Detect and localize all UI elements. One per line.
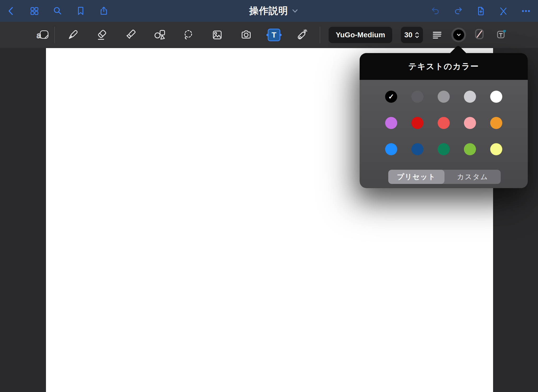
text-align-button[interactable] [430,28,444,42]
swatch-row [360,91,528,103]
laser-pointer-icon [296,29,308,41]
font-size-stepper[interactable]: 30 [401,27,423,43]
color-swatch-green[interactable] [438,143,450,155]
color-swatch-lime[interactable] [464,143,476,155]
tool-shapes[interactable] [152,28,167,42]
font-family-button[interactable]: YuGo-Medium [329,27,392,43]
bookmark-icon [76,6,86,16]
undo-button[interactable] [431,6,441,16]
tool-eraser[interactable] [94,28,109,42]
color-swatch-red[interactable] [411,117,423,129]
tool-laser-pointer[interactable] [294,28,309,42]
topbar-left-group [0,6,109,16]
tools-group: a T [36,22,320,48]
text-style-heart-icon [495,28,509,42]
align-left-icon [432,29,443,40]
back-chevron-icon [6,6,16,16]
back-button[interactable] [6,6,16,16]
segment-custom[interactable]: カスタム [444,170,501,184]
add-page-icon [476,6,486,16]
stepper-chevrons-icon [415,32,420,39]
tool-pen[interactable] [65,28,80,42]
chevron-down-icon [457,34,461,36]
tool-lasso[interactable] [181,28,196,42]
title-chevron-down-icon [292,9,298,13]
top-navigation-bar: 操作説明 [0,0,538,22]
text-style-favorite-button[interactable] [494,28,509,42]
segment-preset[interactable]: プリセット [388,170,444,184]
search-icon [53,6,63,16]
swatch-row [360,143,528,155]
tool-text-selected[interactable]: T [268,29,280,41]
bookmark-button[interactable] [76,6,86,16]
font-size-value: 30 [404,31,412,39]
color-swatch-blue[interactable] [385,143,397,155]
current-color-black [453,29,464,40]
color-swatch-orange[interactable] [490,117,502,129]
tool-camera[interactable] [239,28,254,42]
svg-text:a: a [37,30,41,40]
swatch-row [360,117,528,129]
color-swatch-light-gray[interactable] [464,91,476,103]
handwriting-convert-icon: a [36,28,51,42]
text-tool-glyph: T [272,31,276,39]
popover-header: テキストのカラー [360,53,528,80]
share-button[interactable] [99,6,109,16]
color-swatch-black[interactable] [385,91,397,103]
photo-icon [211,29,223,41]
page-thumbnails-icon [29,6,39,16]
shapes-icon [153,29,165,41]
color-swatch-yellow[interactable] [490,143,502,155]
color-swatch-pink[interactable] [464,117,476,129]
pencil-slash-icon [498,6,508,16]
color-swatch-white[interactable] [490,91,502,103]
eraser-icon [96,29,108,41]
redo-icon [453,6,463,16]
page-thumbnails-button[interactable] [29,6,39,16]
document-title: 操作説明 [249,4,288,17]
tool-highlighter[interactable] [123,28,138,42]
text-format-group: YuGo-Medium 30 [329,22,509,48]
toolbar-divider [54,27,55,43]
share-icon [99,6,109,16]
text-color-button[interactable] [451,28,466,42]
app-screen: 操作説明 a [0,0,538,392]
color-swatch-coral[interactable] [438,117,450,129]
popover-title: テキストのカラー [408,61,479,72]
color-swatch-navy[interactable] [411,143,423,155]
text-color-popover: テキストのカラー プリセット カスタム [360,53,528,188]
toolbar-divider [320,27,320,43]
preset-custom-segmented-control: プリセット カスタム [388,170,501,184]
ellipsis-icon [521,6,531,16]
highlighter-icon [125,29,137,41]
search-button[interactable] [53,6,63,16]
swatch-grid [360,91,528,155]
pen-icon [67,29,79,41]
pencil-disabled-button[interactable] [498,6,508,16]
more-button[interactable] [521,6,531,16]
undo-icon [431,6,441,16]
camera-icon [240,29,252,41]
lasso-icon [182,29,194,41]
stroke-slash-icon [473,28,487,42]
color-swatch-dark-gray[interactable] [411,91,423,103]
color-swatch-gray[interactable] [438,91,450,103]
tool-handwriting-convert[interactable]: a [36,28,51,42]
stroke-style-button[interactable] [473,28,488,42]
topbar-right-group [431,6,538,16]
tool-photo[interactable] [210,28,225,42]
redo-button[interactable] [453,6,463,16]
tool-bar: a T [0,22,538,48]
color-swatch-purple[interactable] [385,117,397,129]
add-page-button[interactable] [476,6,486,16]
document-title-button[interactable]: 操作説明 [248,4,299,18]
